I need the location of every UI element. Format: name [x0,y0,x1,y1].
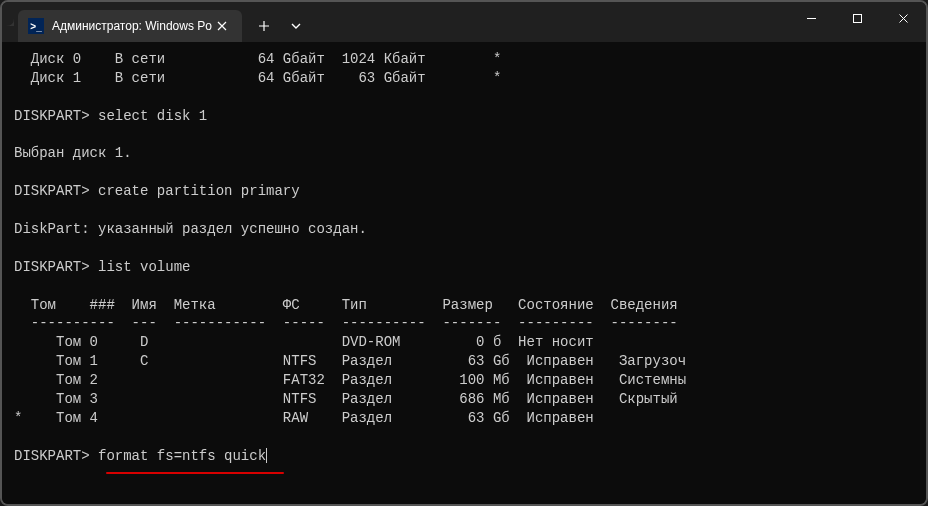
svg-rect-0 [853,14,861,22]
disk-row: Диск 1 В сети 64 Gбайт 63 Gбайт * [14,70,501,86]
table-row: Том 0 D DVD-ROM 0 б Нет носит [14,334,594,350]
tab-title: Администратор: Windows Po [52,19,212,33]
table-row: * Том 4 RAW Раздел 63 Gб Исправен [14,410,594,426]
table-header: Том ### Имя Метка ФС Тип Размер Состояни… [14,297,678,313]
text-cursor [266,448,267,463]
table-row: Том 2 FAT32 Раздел 100 Мб Исправен Систе… [14,372,686,388]
output-message: Выбран диск 1. [14,145,132,161]
close-window-button[interactable] [880,2,926,34]
window-controls [788,2,926,34]
close-tab-icon[interactable] [212,16,232,36]
prompt-line: DISKPART> create partition primary [14,183,300,199]
tab-left-curve [2,2,18,42]
disk-row: Диск 0 В сети 64 Gбайт 1024 Кбайт * [14,51,501,67]
maximize-button[interactable] [834,2,880,34]
active-tab[interactable]: >_ Администратор: Windows Po [18,10,242,42]
prompt-line: DISKPART> select disk 1 [14,108,207,124]
powershell-icon: >_ [28,18,44,34]
minimize-button[interactable] [788,2,834,34]
annotation-underline [106,472,284,475]
table-row: Том 1 C NTFS Раздел 63 Gб Исправен Загру… [14,353,686,369]
titlebar: >_ Администратор: Windows Po [2,2,926,42]
table-row: Том 3 NTFS Раздел 686 Мб Исправен Скрыты… [14,391,678,407]
prompt-line: DISKPART> list volume [14,259,190,275]
prompt-prefix: DISKPART> [14,448,98,464]
tab-dropdown-button[interactable] [280,10,312,42]
table-divider: ---------- --- ----------- ----- -------… [14,315,678,331]
output-message: DiskPart: указанный раздел успешно созда… [14,221,367,237]
terminal-output[interactable]: Диск 0 В сети 64 Gбайт 1024 Кбайт * Диск… [2,42,926,504]
current-command: format fs=ntfs quick [98,448,266,464]
new-tab-button[interactable] [248,10,280,42]
